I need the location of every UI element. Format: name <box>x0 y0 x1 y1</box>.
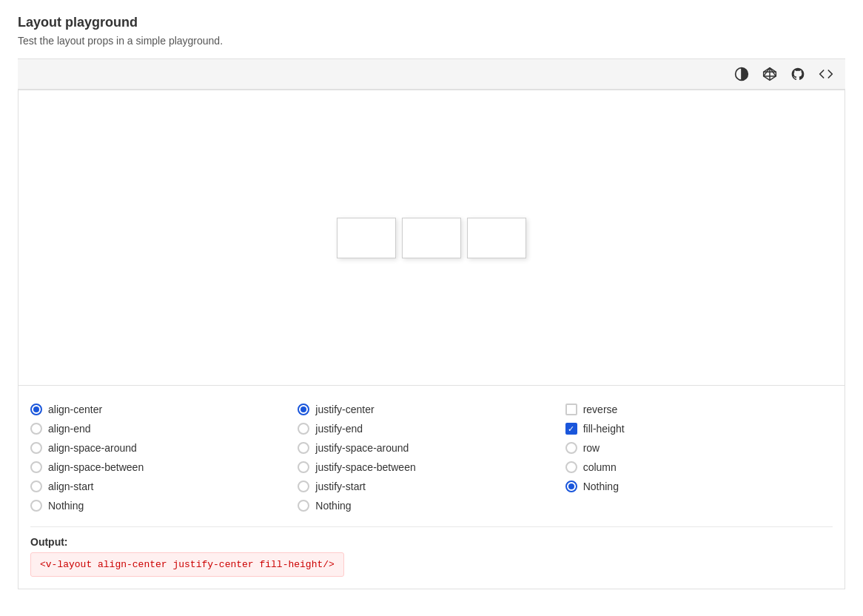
checkbox-fill-height[interactable]: fill-height <box>565 423 833 435</box>
radio-direction-row-indicator <box>565 442 577 454</box>
checkbox-reverse-indicator <box>565 404 577 415</box>
radio-align-start[interactable]: align-start <box>30 481 298 492</box>
radio-align-center[interactable]: align-center <box>30 404 298 415</box>
radio-align-nothing[interactable]: Nothing <box>30 500 298 512</box>
preview-box-2 <box>402 218 461 258</box>
radio-justify-start-indicator <box>298 481 309 492</box>
radio-justify-center-indicator <box>298 404 309 415</box>
radio-direction-nothing-indicator <box>565 481 577 492</box>
controls-grid: align-center align-end align-space-aroun… <box>30 404 833 512</box>
toolbar <box>18 58 845 90</box>
preview-boxes <box>337 218 526 258</box>
contrast-icon[interactable] <box>734 67 749 81</box>
radio-align-nothing-indicator <box>30 500 42 512</box>
misc-column: reverse fill-height row column Nothing <box>565 404 833 512</box>
page-wrapper: Layout playground Test the layout props … <box>0 0 863 604</box>
controls-section: align-center align-end align-space-aroun… <box>18 386 845 589</box>
checkbox-fill-height-indicator <box>565 423 577 435</box>
page-title: Layout playground <box>18 15 845 30</box>
output-label: Output: <box>30 536 833 548</box>
radio-justify-center[interactable]: justify-center <box>298 404 565 415</box>
radio-align-end[interactable]: align-end <box>30 423 298 435</box>
justify-column: justify-center justify-end justify-space… <box>298 404 565 512</box>
radio-align-center-indicator <box>30 404 42 415</box>
radio-justify-space-between-indicator <box>298 461 309 473</box>
radio-align-end-indicator <box>30 423 42 435</box>
radio-justify-nothing-indicator <box>298 500 309 512</box>
radio-justify-space-between[interactable]: justify-space-between <box>298 461 565 473</box>
radio-justify-end-indicator <box>298 423 309 435</box>
radio-justify-nothing[interactable]: Nothing <box>298 500 565 512</box>
radio-direction-column-indicator <box>565 461 577 473</box>
radio-align-space-around-indicator <box>30 442 42 454</box>
output-code: <v-layout align-center justify-center fi… <box>30 552 344 577</box>
radio-direction-row[interactable]: row <box>565 442 833 454</box>
page-subtitle: Test the layout props in a simple playgr… <box>18 35 845 47</box>
radio-justify-end[interactable]: justify-end <box>298 423 565 435</box>
code-icon[interactable] <box>819 67 833 81</box>
radio-direction-nothing[interactable]: Nothing <box>565 481 833 492</box>
output-section: Output: <v-layout align-center justify-c… <box>30 526 833 577</box>
radio-align-space-between-indicator <box>30 461 42 473</box>
align-column: align-center align-end align-space-aroun… <box>30 404 298 512</box>
radio-align-space-around[interactable]: align-space-around <box>30 442 298 454</box>
checkbox-reverse[interactable]: reverse <box>565 404 833 415</box>
github-icon[interactable] <box>790 67 805 81</box>
radio-justify-space-around-indicator <box>298 442 309 454</box>
preview-box-1 <box>337 218 396 258</box>
preview-box-3 <box>467 218 526 258</box>
radio-justify-space-around[interactable]: justify-space-around <box>298 442 565 454</box>
radio-align-start-indicator <box>30 481 42 492</box>
codepen-icon[interactable] <box>762 67 777 81</box>
radio-direction-column[interactable]: column <box>565 461 833 473</box>
preview-area <box>18 90 845 386</box>
radio-align-space-between[interactable]: align-space-between <box>30 461 298 473</box>
radio-justify-start[interactable]: justify-start <box>298 481 565 492</box>
